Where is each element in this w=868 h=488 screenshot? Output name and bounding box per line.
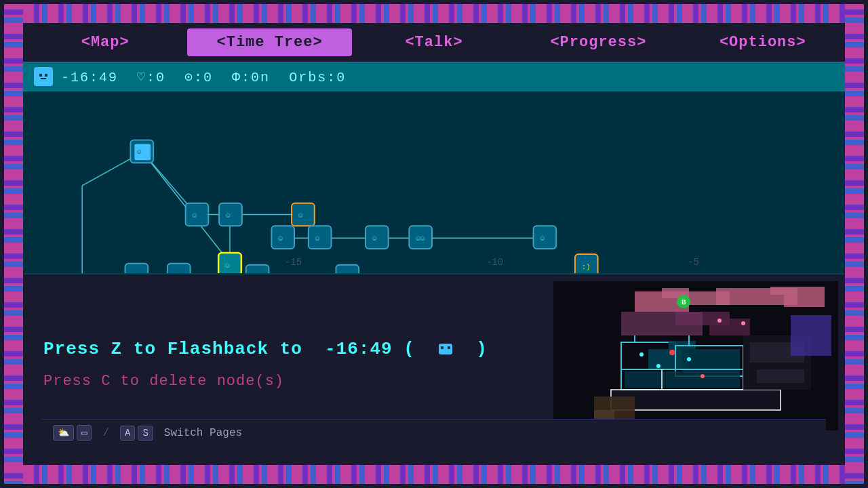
footer-bar: ⛅ ▭ / A S Switch Pages <box>42 419 826 446</box>
svg-text:☺: ☺ <box>226 211 231 220</box>
border-right <box>845 4 864 484</box>
svg-rect-40 <box>271 226 294 249</box>
svg-text:♪: ♪ <box>253 272 258 273</box>
svg-text:♪: ♪ <box>342 272 348 273</box>
stats-text: -16:49 ♡:0 ⊙:0 Φ:0n Orbs:0 <box>61 68 346 85</box>
tree-svg: -15 -10 -5 <box>23 92 845 273</box>
tab-options[interactable]: <Options> <box>681 28 845 56</box>
svg-rect-74 <box>709 319 750 336</box>
svg-point-90 <box>669 350 675 355</box>
svg-point-94 <box>639 352 644 357</box>
footer-icon-ab: A S <box>120 426 153 441</box>
svg-rect-86 <box>757 369 804 383</box>
main-content: <Map> <Time Tree> <Talk> <Progress> <Opt… <box>23 23 845 465</box>
svg-text:☺: ☺ <box>278 235 283 243</box>
svg-point-91 <box>701 374 705 378</box>
svg-rect-64 <box>448 346 450 349</box>
footer-btn-cloud: ⛅ <box>53 425 74 441</box>
svg-text:⬡: ⬡ <box>132 272 138 273</box>
svg-rect-28 <box>186 203 209 226</box>
tab-map[interactable]: <Map> <box>23 28 187 56</box>
svg-text:☺☺: ☺☺ <box>416 235 425 243</box>
svg-text:-5: -5 <box>688 257 699 268</box>
player-icon <box>34 67 53 86</box>
footer-switch-pages-label: Switch Pages <box>164 427 242 439</box>
flashback-instruction: Press Z to Flashback to -16:49 ( ) <box>43 339 526 359</box>
stats-bar: -16:49 ♡:0 ⊙:0 Φ:0n Orbs:0 <box>23 62 845 92</box>
svg-rect-63 <box>441 346 443 349</box>
delete-instruction: Press C to delete node(s) <box>43 373 526 390</box>
nav-bar: <Map> <Time Tree> <Talk> <Progress> <Opt… <box>23 23 845 62</box>
svg-rect-34 <box>218 253 241 273</box>
svg-text::): :) <box>582 263 591 271</box>
svg-rect-42 <box>309 226 332 249</box>
svg-point-96 <box>687 357 691 361</box>
footer-icon-home: ⛅ ▭ <box>53 425 92 441</box>
svg-rect-83 <box>612 391 779 409</box>
svg-rect-71 <box>784 295 825 307</box>
app-container: <Map> <Time Tree> <Talk> <Progress> <Opt… <box>0 0 868 488</box>
svg-rect-70 <box>770 287 825 295</box>
footer-divider1: / <box>102 427 109 439</box>
svg-text:☺: ☺ <box>225 262 230 270</box>
svg-rect-81 <box>625 371 740 388</box>
minimap: B <box>553 281 838 430</box>
svg-point-95 <box>656 364 660 368</box>
border-top <box>4 4 864 23</box>
svg-rect-30 <box>219 203 242 226</box>
svg-point-98 <box>741 321 745 325</box>
svg-rect-44 <box>366 226 389 249</box>
svg-rect-32 <box>292 203 315 226</box>
svg-rect-2 <box>45 74 47 77</box>
svg-point-97 <box>717 319 722 323</box>
footer-btn-s: S <box>138 426 153 441</box>
border-bottom <box>4 465 864 484</box>
svg-rect-62 <box>439 344 452 354</box>
svg-text:B: B <box>682 298 686 306</box>
time-tree-area: -15 -10 -5 <box>23 92 845 274</box>
footer-btn-a: A <box>120 426 135 441</box>
svg-text:☺: ☺ <box>540 235 545 243</box>
svg-rect-1 <box>39 74 42 77</box>
border-left <box>4 4 23 484</box>
svg-text:☺: ☺ <box>193 211 197 220</box>
svg-text:☺: ☺ <box>372 235 377 243</box>
svg-text:-15: -15 <box>285 257 302 268</box>
svg-text:-10: -10 <box>486 257 503 268</box>
svg-text:☺: ☺ <box>298 211 303 220</box>
svg-rect-87 <box>791 315 831 356</box>
tab-timetree[interactable]: <Time Tree> <box>187 28 351 56</box>
svg-rect-48 <box>534 226 557 249</box>
svg-rect-3 <box>41 78 46 79</box>
svg-rect-0 <box>37 72 50 81</box>
footer-btn-square: ▭ <box>77 425 92 441</box>
tab-progress[interactable]: <Progress> <box>516 28 680 56</box>
svg-text:⬡: ⬡ <box>174 272 181 273</box>
tab-talk[interactable]: <Talk> <box>352 28 516 56</box>
svg-text:☺: ☺ <box>315 235 320 243</box>
minimap-svg: B <box>553 281 838 430</box>
